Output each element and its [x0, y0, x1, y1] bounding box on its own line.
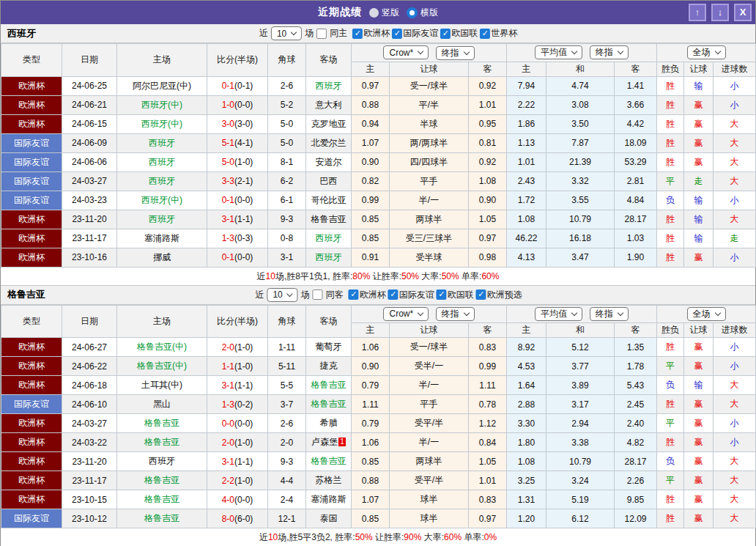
handicap-line: 平手	[390, 171, 469, 191]
goals-result-cell: 大	[714, 114, 756, 133]
corner-cell: 12-1	[268, 509, 306, 528]
handicap-result-cell: 赢	[684, 133, 714, 152]
layout-radio-vertical[interactable]: 竖版	[369, 7, 399, 19]
team-section: 格鲁吉亚 近 10 场 同客 ✓欧洲杯✓国际友谊✓欧国联✓欧洲预选	[1, 286, 755, 546]
away-team-cell: 葡萄牙	[306, 338, 352, 357]
date-cell: 23-10-16	[62, 248, 117, 267]
league-cell: 欧洲杯	[1, 376, 62, 395]
goals-result-cell: 大	[714, 152, 756, 171]
move-up-button[interactable]: ↑	[689, 4, 706, 21]
same-venue-checkbox[interactable]	[313, 289, 323, 300]
away-team-name: 克罗地亚	[311, 119, 346, 129]
summary-text: 场,胜5平3负2, 胜率:	[278, 532, 355, 542]
sections-container: 西班牙 近 10 场 同主 ✓欧洲杯✓国际友谊✓欧国联✓世界杯	[1, 24, 755, 546]
result-cell: 胜	[657, 433, 684, 452]
fulltime-score: 3-0	[222, 119, 234, 129]
league-filter-checkbox[interactable]: ✓	[392, 29, 402, 39]
match-count-select[interactable]: 10	[271, 26, 302, 40]
corner-cell: 6-1	[268, 191, 306, 210]
handicap-odds-group: Crow* 终指	[352, 44, 507, 62]
chevron-down-icon	[571, 310, 577, 316]
corner-cell: 8-1	[268, 152, 306, 171]
handicap-away-odds: 1.05	[469, 210, 507, 229]
league-filter-checkbox[interactable]: ✓	[440, 29, 451, 39]
europe-time-select[interactable]: 终指	[590, 307, 629, 321]
fulltime-score: 0-1	[222, 195, 234, 205]
league-filter-label: 世界杯	[491, 27, 517, 40]
result-cell: 平	[657, 414, 684, 433]
result-cell: 负	[657, 376, 684, 395]
handicap-away-odds: 0.97	[469, 229, 507, 248]
handicap-away-odds: 0.95	[469, 114, 507, 133]
col-away: 客场	[306, 305, 352, 338]
summary-text: 单率:	[462, 532, 484, 542]
europe-company-select[interactable]: 平均值	[535, 45, 582, 59]
date-cell: 24-06-10	[62, 395, 117, 414]
scope-select[interactable]: 全场	[687, 307, 726, 321]
scope-select[interactable]: 全场	[687, 45, 726, 59]
match-row: 国际友谊24-06-10黑山1-3(0-2)3-7格鲁吉亚1.11平手0.782…	[1, 395, 756, 414]
eu-draw-odds: 3.47	[546, 248, 615, 267]
away-team-cell: 西班牙	[306, 248, 352, 267]
close-button[interactable]: X	[734, 4, 752, 21]
fulltime-score: 3-1	[222, 214, 234, 224]
radio-unselected-icon	[369, 8, 379, 18]
date-cell: 24-03-22	[62, 433, 117, 452]
home-team-cell: 格鲁吉亚	[117, 433, 207, 452]
handicap-line: 两球半	[390, 452, 469, 471]
same-venue-checkbox[interactable]	[316, 29, 327, 39]
summary-text: 让胜率:	[373, 532, 404, 542]
match-row: 国际友谊24-06-09西班牙5-1(4-1)5-0北爱尔兰1.07两/两球半0…	[1, 133, 756, 152]
home-team-name: 格鲁吉亚	[144, 494, 179, 504]
league-filters: ✓欧洲杯✓国际友谊✓欧国联✓世界杯	[350, 27, 517, 40]
handicap-away-odds: 0.84	[469, 433, 507, 452]
score-cell: 5-1(4-1)	[207, 133, 268, 152]
handicap-home-odds: 0.88	[352, 95, 390, 114]
score-cell: 0-1(0-1)	[207, 76, 268, 95]
corner-cell: 4-4	[268, 471, 306, 490]
handicap-result-cell: 赢	[684, 471, 714, 490]
league-filter-checkbox[interactable]: ✓	[388, 289, 399, 300]
league-cell: 国际友谊	[1, 395, 62, 414]
match-row: 欧洲杯24-03-22格鲁吉亚2-0(1-0)2-0卢森堡11.06半/一0.8…	[1, 433, 756, 452]
col-handicap-result: 让球	[684, 323, 714, 338]
handicap-home-odds: 0.99	[352, 191, 390, 210]
league-filter-checkbox[interactable]: ✓	[476, 289, 486, 300]
home-team-cell: 西班牙(中)	[117, 191, 207, 210]
league-filter-checkbox[interactable]: ✓	[480, 29, 490, 39]
away-team-cell: 捷克	[306, 357, 352, 376]
home-team-name: 塞浦路斯	[144, 233, 179, 243]
layout-radio-horizontal[interactable]: 横版	[407, 7, 438, 19]
chevron-down-icon	[287, 290, 293, 296]
move-down-button[interactable]: ↓	[711, 4, 729, 21]
filter-controls: 近 10 场 同客 ✓欧洲杯✓国际友谊✓欧国联✓欧洲预选	[255, 286, 522, 304]
odds-company-select[interactable]: Crow*	[383, 45, 429, 59]
fulltime-score: 1-0	[222, 100, 234, 110]
eu-away-odds: 1.41	[615, 76, 657, 95]
europe-time-select[interactable]: 终指	[590, 45, 629, 59]
handicap-away-odds: 1.01	[469, 95, 507, 114]
europe-company-select[interactable]: 平均值	[535, 307, 582, 321]
score-cell: 0-0(0-0)	[207, 414, 268, 433]
up-arrow-icon: ↑	[695, 7, 700, 18]
league-filter-checkbox[interactable]: ✓	[352, 29, 363, 39]
result-cell: 负	[657, 452, 684, 471]
odds-company-select[interactable]: Crow*	[383, 307, 429, 321]
radio-selected-icon	[407, 7, 418, 18]
home-team-name: 西班牙(中)	[141, 100, 182, 110]
handicap-result-cell: 赢	[684, 114, 714, 133]
handicap-away-odds: 0.98	[469, 248, 507, 267]
halftime-score: (1-0)	[234, 438, 253, 448]
eu-home-odds: 4.13	[507, 248, 546, 267]
result-cell: 负	[657, 191, 684, 210]
handicap-line: 球半	[390, 490, 469, 509]
eu-away-odds: 1.90	[615, 248, 657, 267]
eu-home-odds: 1.31	[507, 490, 546, 509]
league-filter-checkbox[interactable]: ✓	[437, 289, 447, 300]
odds-time-select[interactable]: 终指	[436, 307, 475, 321]
match-count-select[interactable]: 10	[267, 288, 297, 302]
away-team-name: 西班牙	[316, 252, 342, 262]
eu-away-odds: 1.35	[615, 338, 657, 357]
league-filter-checkbox[interactable]: ✓	[349, 289, 359, 300]
odds-time-select[interactable]: 终指	[436, 46, 475, 60]
